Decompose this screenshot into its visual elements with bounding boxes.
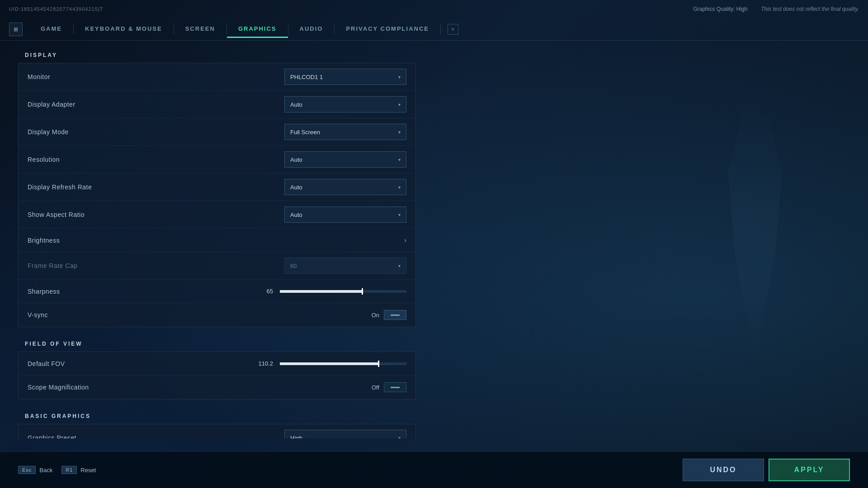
default-fov-control: 110.2 (255, 360, 406, 367)
display-mode-value: Full Screen (290, 129, 320, 136)
sharpness-fill (280, 290, 362, 293)
monitor-label: Monitor (28, 73, 284, 80)
reset-button[interactable]: R1 Reset (61, 466, 96, 474)
reset-label: Reset (80, 467, 96, 474)
monitor-row: Monitor PHLCOD1 1 ▾ (19, 63, 415, 91)
scope-mag-row: Scope Magnification Off (19, 375, 415, 399)
tab-keyboard[interactable]: KEYBOARD & MOUSE (74, 21, 174, 38)
brightness-control: › (404, 236, 406, 244)
display-mode-label: Display Mode (28, 128, 284, 136)
bottom-left-controls: Esc Back R1 Reset (18, 466, 96, 474)
graphics-preset-control: High ▾ (284, 430, 406, 438)
refresh-rate-control: Auto ▾ (284, 179, 406, 195)
display-adapter-row: Display Adapter Auto ▾ (19, 91, 415, 118)
refresh-rate-label: Display Refresh Rate (28, 183, 284, 191)
refresh-rate-dropdown[interactable]: Auto ▾ (284, 179, 406, 195)
default-fov-thumb (378, 361, 379, 367)
brightness-label: Brightness (28, 237, 404, 244)
frame-rate-value: 60 (290, 263, 297, 269)
graphics-quality-label: Graphics Quality: High (693, 6, 747, 12)
default-fov-value: 110.2 (255, 360, 273, 367)
resolution-row: Resolution Auto ▾ (19, 146, 415, 174)
display-mode-control: Full Screen ▾ (284, 124, 406, 140)
graphics-preset-value: High (290, 435, 302, 439)
test-disclaimer: This test does not reflect the final qua… (761, 6, 859, 12)
home-icon-btn[interactable]: ⊞ (9, 23, 23, 36)
nav-tabs: ⊞ GAME KEYBOARD & MOUSE SCREEN GRAPHICS … (0, 18, 868, 41)
resolution-value: Auto (290, 156, 302, 163)
sharpness-label: Sharpness (28, 288, 255, 295)
vsync-control: On (372, 310, 406, 320)
tab-game[interactable]: GAME (29, 21, 73, 38)
display-section-header: DISPLAY (18, 45, 416, 63)
scope-mag-toggle-indicator (391, 387, 400, 388)
aspect-ratio-value: Auto (290, 211, 302, 218)
resolution-label: Resolution (28, 156, 284, 163)
undo-button[interactable]: UNDO (683, 459, 764, 481)
aspect-ratio-label: Show Aspect Ratio (28, 211, 284, 218)
frame-rate-control: 60 ▾ (284, 258, 406, 274)
back-button[interactable]: Esc Back (18, 466, 52, 474)
graphics-preset-dropdown[interactable]: High ▾ (284, 430, 406, 438)
monitor-control: PHLCOD1 1 ▾ (284, 69, 406, 85)
vsync-row: V-sync On (19, 303, 415, 327)
reset-key-badge: R1 (61, 466, 77, 474)
display-mode-arrow: ▾ (398, 130, 401, 135)
menu-icon-btn[interactable]: ≡ (448, 24, 458, 35)
vsync-toggle[interactable] (384, 310, 406, 320)
scope-mag-toggle[interactable] (384, 382, 406, 392)
aspect-ratio-control: Auto ▾ (284, 206, 406, 223)
sharpness-thumb (362, 288, 363, 295)
tab-divider-6 (440, 25, 441, 34)
resolution-control: Auto ▾ (284, 151, 406, 168)
aspect-ratio-dropdown[interactable]: Auto ▾ (284, 206, 406, 223)
display-mode-row: Display Mode Full Screen ▾ (19, 118, 415, 146)
monitor-value: PHLCOD1 1 (290, 74, 323, 80)
brightness-row: Brightness › (19, 229, 415, 252)
monitor-dropdown[interactable]: PHLCOD1 1 ▾ (284, 69, 406, 85)
back-key-badge: Esc (18, 466, 36, 474)
display-adapter-arrow: ▾ (398, 102, 401, 107)
scope-mag-state-label: Off (372, 384, 379, 391)
fov-section-header: FIELD OF VIEW (18, 334, 416, 352)
display-adapter-label: Display Adapter (28, 101, 284, 108)
tab-privacy[interactable]: PRIVACY COMPLIANCE (335, 21, 440, 38)
sharpness-control: 65 (255, 288, 406, 295)
tab-audio[interactable]: AUDIO (288, 21, 335, 38)
basic-graphics-section-header: BASIC GRAPHICS (18, 406, 416, 424)
brightness-arrow-icon[interactable]: › (404, 236, 406, 244)
tab-graphics[interactable]: GRAPHICS (227, 21, 288, 38)
graphics-preset-row: Graphics Preset High ▾ (19, 424, 415, 438)
display-settings-group: Monitor PHLCOD1 1 ▾ Display Adapter Auto (18, 63, 416, 327)
sharpness-value: 65 (255, 288, 273, 295)
resolution-arrow: ▾ (398, 157, 401, 162)
back-label: Back (39, 467, 52, 474)
scope-mag-control: Off (372, 382, 406, 392)
display-adapter-value: Auto (290, 101, 302, 108)
sharpness-slider[interactable] (280, 290, 406, 293)
frame-rate-dropdown: 60 ▾ (284, 258, 406, 274)
refresh-rate-row: Display Refresh Rate Auto ▾ (19, 174, 415, 201)
graphics-preset-label: Graphics Preset (28, 434, 284, 438)
default-fov-row: Default FOV 110.2 (19, 352, 415, 375)
apply-button[interactable]: APPLY (769, 459, 850, 481)
display-mode-dropdown[interactable]: Full Screen ▾ (284, 124, 406, 140)
display-adapter-dropdown[interactable]: Auto ▾ (284, 96, 406, 113)
vsync-state-label: On (372, 312, 379, 319)
bottom-bar: Esc Back R1 Reset UNDO APPLY (0, 451, 868, 488)
basic-graphics-settings-group: Graphics Preset High ▾ Graphics Style Re… (18, 424, 416, 438)
uid-text: UID:185145454282077443904215|T (9, 6, 103, 12)
resolution-dropdown[interactable]: Auto ▾ (284, 151, 406, 168)
refresh-rate-arrow: ▾ (398, 185, 401, 190)
settings-scroll[interactable]: DISPLAY Monitor PHLCOD1 1 ▾ Display Adap… (18, 45, 420, 438)
frame-rate-label: Frame Rate Cap (28, 262, 284, 269)
vsync-toggle-indicator (391, 314, 400, 316)
default-fov-fill (280, 362, 378, 365)
vsync-label: V-sync (28, 311, 372, 319)
fov-settings-group: Default FOV 110.2 Scope Magnification Of… (18, 352, 416, 399)
monitor-dropdown-arrow: ▾ (398, 75, 401, 80)
tab-screen[interactable]: SCREEN (174, 21, 226, 38)
default-fov-slider[interactable] (280, 362, 406, 365)
graphics-preset-arrow: ▾ (398, 436, 401, 439)
aspect-ratio-row: Show Aspect Ratio Auto ▾ (19, 201, 415, 229)
